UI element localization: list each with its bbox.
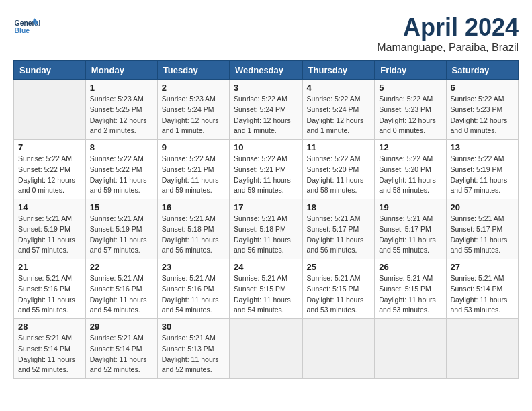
day-number: 25 bbox=[307, 262, 371, 272]
day-info: Sunrise: 5:21 AMSunset: 5:18 PMDaylight:… bbox=[162, 214, 225, 256]
day-info: Sunrise: 5:22 AMSunset: 5:24 PMDaylight:… bbox=[307, 94, 371, 136]
day-cell: 22Sunrise: 5:21 AMSunset: 5:16 PMDayligh… bbox=[85, 259, 157, 319]
day-info: Sunrise: 5:22 AMSunset: 5:23 PMDaylight:… bbox=[451, 94, 514, 136]
day-number: 8 bbox=[90, 142, 153, 152]
calendar-table: SundayMondayTuesdayWednesdayThursdayFrid… bbox=[13, 60, 519, 379]
day-info: Sunrise: 5:21 AMSunset: 5:18 PMDaylight:… bbox=[234, 214, 298, 256]
day-number: 22 bbox=[90, 262, 153, 272]
day-info: Sunrise: 5:21 AMSunset: 5:15 PMDaylight:… bbox=[234, 273, 298, 316]
day-number: 28 bbox=[18, 322, 81, 332]
day-number: 17 bbox=[234, 202, 298, 212]
day-cell: 10Sunrise: 5:22 AMSunset: 5:21 PMDayligh… bbox=[230, 140, 303, 199]
day-cell: 1Sunrise: 5:23 AMSunset: 5:25 PMDaylight… bbox=[85, 80, 157, 140]
week-row-5: 28Sunrise: 5:21 AMSunset: 5:14 PMDayligh… bbox=[14, 319, 519, 379]
logo-icon: General Blue bbox=[13, 13, 40, 40]
day-number: 27 bbox=[451, 262, 514, 272]
day-number: 11 bbox=[307, 142, 371, 152]
day-info: Sunrise: 5:21 AMSunset: 5:17 PMDaylight:… bbox=[451, 214, 514, 256]
day-cell: 19Sunrise: 5:21 AMSunset: 5:17 PMDayligh… bbox=[375, 199, 446, 259]
day-cell: 9Sunrise: 5:22 AMSunset: 5:21 PMDaylight… bbox=[157, 140, 229, 199]
day-number: 10 bbox=[234, 142, 298, 152]
day-cell: 14Sunrise: 5:21 AMSunset: 5:19 PMDayligh… bbox=[14, 199, 86, 259]
day-number: 1 bbox=[90, 83, 153, 93]
day-info: Sunrise: 5:22 AMSunset: 5:19 PMDaylight:… bbox=[451, 154, 514, 196]
day-number: 9 bbox=[162, 142, 225, 152]
day-cell: 21Sunrise: 5:21 AMSunset: 5:16 PMDayligh… bbox=[14, 259, 86, 319]
title-area: April 2024 Mamanguape, Paraiba, Brazil bbox=[377, 13, 519, 54]
day-cell: 4Sunrise: 5:22 AMSunset: 5:24 PMDaylight… bbox=[302, 80, 375, 140]
calendar-header: SundayMondayTuesdayWednesdayThursdayFrid… bbox=[14, 61, 519, 80]
day-number: 4 bbox=[307, 83, 371, 93]
day-number: 23 bbox=[162, 262, 225, 272]
header-cell-tuesday: Tuesday bbox=[157, 61, 229, 80]
day-number: 29 bbox=[90, 322, 153, 332]
day-cell: 11Sunrise: 5:22 AMSunset: 5:20 PMDayligh… bbox=[302, 140, 375, 199]
calendar-body: 1Sunrise: 5:23 AMSunset: 5:25 PMDaylight… bbox=[14, 80, 519, 379]
week-row-3: 14Sunrise: 5:21 AMSunset: 5:19 PMDayligh… bbox=[14, 199, 519, 259]
day-cell: 27Sunrise: 5:21 AMSunset: 5:14 PMDayligh… bbox=[446, 259, 518, 319]
day-number: 20 bbox=[451, 202, 514, 212]
day-number: 14 bbox=[18, 202, 81, 212]
header-cell-friday: Friday bbox=[375, 61, 446, 80]
day-info: Sunrise: 5:21 AMSunset: 5:19 PMDaylight:… bbox=[90, 214, 153, 256]
day-cell: 8Sunrise: 5:22 AMSunset: 5:22 PMDaylight… bbox=[85, 140, 157, 199]
day-number: 16 bbox=[162, 202, 225, 212]
day-cell: 30Sunrise: 5:21 AMSunset: 5:13 PMDayligh… bbox=[157, 319, 229, 379]
day-cell bbox=[302, 319, 375, 379]
day-cell: 15Sunrise: 5:21 AMSunset: 5:19 PMDayligh… bbox=[85, 199, 157, 259]
day-cell: 13Sunrise: 5:22 AMSunset: 5:19 PMDayligh… bbox=[446, 140, 518, 199]
day-cell bbox=[375, 319, 446, 379]
svg-text:Blue: Blue bbox=[15, 27, 30, 34]
day-cell bbox=[230, 319, 303, 379]
day-number: 2 bbox=[162, 83, 225, 93]
day-cell: 28Sunrise: 5:21 AMSunset: 5:14 PMDayligh… bbox=[14, 319, 86, 379]
day-number: 30 bbox=[162, 322, 225, 332]
day-info: Sunrise: 5:21 AMSunset: 5:17 PMDaylight:… bbox=[379, 214, 441, 256]
day-info: Sunrise: 5:23 AMSunset: 5:24 PMDaylight:… bbox=[162, 94, 225, 136]
day-info: Sunrise: 5:22 AMSunset: 5:24 PMDaylight:… bbox=[234, 94, 298, 136]
day-info: Sunrise: 5:22 AMSunset: 5:21 PMDaylight:… bbox=[162, 154, 225, 196]
week-row-2: 7Sunrise: 5:22 AMSunset: 5:22 PMDaylight… bbox=[14, 140, 519, 199]
day-number: 13 bbox=[451, 142, 514, 152]
header-cell-wednesday: Wednesday bbox=[230, 61, 303, 80]
day-cell: 23Sunrise: 5:21 AMSunset: 5:16 PMDayligh… bbox=[157, 259, 229, 319]
day-cell: 20Sunrise: 5:21 AMSunset: 5:17 PMDayligh… bbox=[446, 199, 518, 259]
day-number: 15 bbox=[90, 202, 153, 212]
logo: General Blue bbox=[13, 13, 40, 40]
day-info: Sunrise: 5:22 AMSunset: 5:20 PMDaylight:… bbox=[379, 154, 441, 196]
day-number: 26 bbox=[379, 262, 441, 272]
day-cell: 25Sunrise: 5:21 AMSunset: 5:15 PMDayligh… bbox=[302, 259, 375, 319]
day-cell: 3Sunrise: 5:22 AMSunset: 5:24 PMDaylight… bbox=[230, 80, 303, 140]
day-cell bbox=[446, 319, 518, 379]
header-cell-thursday: Thursday bbox=[302, 61, 375, 80]
month-title: April 2024 bbox=[377, 13, 519, 42]
day-number: 19 bbox=[379, 202, 441, 212]
day-info: Sunrise: 5:21 AMSunset: 5:14 PMDaylight:… bbox=[451, 273, 514, 316]
day-info: Sunrise: 5:21 AMSunset: 5:14 PMDaylight:… bbox=[90, 333, 153, 375]
day-number: 18 bbox=[307, 202, 371, 212]
day-cell: 5Sunrise: 5:22 AMSunset: 5:23 PMDaylight… bbox=[375, 80, 446, 140]
header: General Blue April 2024 Mamanguape, Para… bbox=[13, 13, 519, 54]
day-info: Sunrise: 5:22 AMSunset: 5:21 PMDaylight:… bbox=[234, 154, 298, 196]
day-number: 3 bbox=[234, 83, 298, 93]
day-cell: 16Sunrise: 5:21 AMSunset: 5:18 PMDayligh… bbox=[157, 199, 229, 259]
day-cell: 17Sunrise: 5:21 AMSunset: 5:18 PMDayligh… bbox=[230, 199, 303, 259]
header-cell-sunday: Sunday bbox=[14, 61, 86, 80]
day-info: Sunrise: 5:21 AMSunset: 5:16 PMDaylight:… bbox=[90, 273, 153, 316]
day-cell: 26Sunrise: 5:21 AMSunset: 5:15 PMDayligh… bbox=[375, 259, 446, 319]
day-info: Sunrise: 5:21 AMSunset: 5:16 PMDaylight:… bbox=[18, 273, 81, 316]
day-cell: 18Sunrise: 5:21 AMSunset: 5:17 PMDayligh… bbox=[302, 199, 375, 259]
day-info: Sunrise: 5:22 AMSunset: 5:20 PMDaylight:… bbox=[307, 154, 371, 196]
week-row-4: 21Sunrise: 5:21 AMSunset: 5:16 PMDayligh… bbox=[14, 259, 519, 319]
day-info: Sunrise: 5:21 AMSunset: 5:14 PMDaylight:… bbox=[18, 333, 81, 375]
header-cell-saturday: Saturday bbox=[446, 61, 518, 80]
day-cell: 29Sunrise: 5:21 AMSunset: 5:14 PMDayligh… bbox=[85, 319, 157, 379]
day-number: 21 bbox=[18, 262, 81, 272]
day-number: 5 bbox=[379, 83, 441, 93]
day-number: 24 bbox=[234, 262, 298, 272]
day-info: Sunrise: 5:22 AMSunset: 5:23 PMDaylight:… bbox=[379, 94, 441, 136]
header-cell-monday: Monday bbox=[85, 61, 157, 80]
day-cell: 2Sunrise: 5:23 AMSunset: 5:24 PMDaylight… bbox=[157, 80, 229, 140]
day-number: 6 bbox=[451, 83, 514, 93]
day-cell: 7Sunrise: 5:22 AMSunset: 5:22 PMDaylight… bbox=[14, 140, 86, 199]
